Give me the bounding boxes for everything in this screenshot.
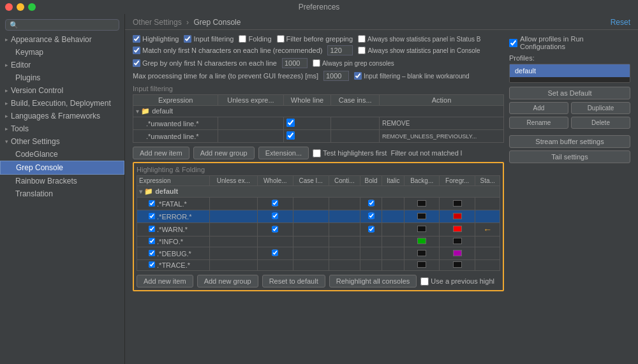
grep-first-n-input[interactable] xyxy=(282,58,308,68)
hl-fg-cell4[interactable] xyxy=(440,237,475,247)
input-filtering-checkbox[interactable] xyxy=(184,35,191,43)
allow-profiles-checkbox[interactable] xyxy=(509,39,517,47)
folding-checkbox-label[interactable]: Folding xyxy=(239,35,271,43)
hl-bg-cell5[interactable] xyxy=(404,247,440,260)
always-stats-console-checkbox[interactable] xyxy=(358,47,366,54)
tree-toggle-icon[interactable]: ▾ xyxy=(136,108,139,115)
hl-whole-cb2[interactable] xyxy=(272,212,278,220)
hl-fg-swatch5[interactable] xyxy=(453,250,462,256)
hl-fg-swatch2[interactable] xyxy=(453,213,462,219)
hl-bg-swatch3[interactable] xyxy=(417,226,426,232)
hl-bold-cb[interactable] xyxy=(368,199,375,207)
hl-bg-cell4[interactable] xyxy=(404,237,440,247)
table-row[interactable]: .*unwanted line.* REMOVE_UNLESS_PREVIOUS… xyxy=(133,130,504,143)
hl-whole-cb3[interactable] xyxy=(272,225,278,233)
hl-row-warn[interactable]: .*WARN.* xyxy=(137,223,500,237)
hl-fg-cell5[interactable] xyxy=(440,247,475,260)
grep-first-n-checkbox[interactable] xyxy=(133,59,140,67)
hl-row-checkbox4[interactable] xyxy=(149,238,155,244)
hl-add-new-item-button[interactable]: Add new item xyxy=(137,275,193,288)
hl-bg-cell3[interactable] xyxy=(404,223,440,237)
sidebar-item-codeglance[interactable]: CodeGlance xyxy=(0,148,124,161)
rename-profile-button[interactable]: Rename xyxy=(509,117,568,129)
hl-whole-cell5[interactable] xyxy=(258,247,293,260)
sidebar-item-build[interactable]: ▸ Build, Execution, Deployment xyxy=(0,97,124,110)
hl-row-trace[interactable]: .*TRACE.* xyxy=(137,260,500,271)
hl-whole-cell3[interactable] xyxy=(258,223,293,237)
filter-whole-checkbox[interactable] xyxy=(286,119,295,127)
filter-whole-checkbox2[interactable] xyxy=(286,131,295,140)
hl-bold-cell[interactable] xyxy=(360,198,382,210)
input-filtering-checkbox-label[interactable]: Input filtering xyxy=(184,35,234,43)
match-first-n-label[interactable]: Match only first N characters on each li… xyxy=(133,47,322,54)
hl-fg-cell6[interactable] xyxy=(440,260,475,271)
maximize-button[interactable] xyxy=(28,3,36,11)
add-profile-button[interactable]: Add xyxy=(509,102,568,114)
set-default-button[interactable]: Set as Default xyxy=(509,87,630,99)
hl-row-error[interactable]: .*ERROR.* xyxy=(137,210,500,223)
filter-before-checkbox-label[interactable]: Filter before grepping xyxy=(277,35,353,43)
minimize-button[interactable] xyxy=(17,3,24,11)
highlighting-checkbox-label[interactable]: Highlighting xyxy=(133,35,179,43)
sidebar-item-editor[interactable]: ▸ Editor xyxy=(0,59,124,71)
hl-fg-cell3[interactable] xyxy=(440,223,475,237)
always-pin-label[interactable]: Always pin grep consoles xyxy=(313,59,394,67)
close-button[interactable] xyxy=(5,3,13,11)
sidebar-item-version-control[interactable]: ▸ Version Control xyxy=(0,84,124,97)
hl-bold-cell3[interactable] xyxy=(360,223,382,237)
always-pin-checkbox[interactable] xyxy=(313,59,320,67)
hl-reset-button[interactable]: Reset to default xyxy=(262,275,325,288)
sidebar-item-other-settings[interactable]: ▾ Other Settings xyxy=(0,135,124,148)
highlighting-checkbox[interactable] xyxy=(133,35,140,43)
hl-bold-cb2[interactable] xyxy=(368,212,375,220)
add-new-group-button[interactable]: Add new group xyxy=(193,147,255,159)
hl-fg-swatch6[interactable] xyxy=(453,261,462,268)
always-stats-console-label[interactable]: Always show statistics panel in Console xyxy=(358,47,480,54)
sidebar-item-rainbow-brackets[interactable]: Rainbow Brackets xyxy=(0,175,124,187)
use-previous-checkbox[interactable] xyxy=(420,277,429,286)
hl-row-debug[interactable]: .*DEBUG.* xyxy=(137,247,500,260)
hl-rehighlight-button[interactable]: Rehighlight all consoles xyxy=(329,275,417,288)
filter-whole-cell[interactable] xyxy=(283,117,331,130)
hl-whole-cb[interactable] xyxy=(272,199,278,207)
hl-bg-cell[interactable] xyxy=(404,198,440,210)
hl-bg-cell2[interactable] xyxy=(404,210,440,223)
hl-bg-swatch4[interactable] xyxy=(417,238,426,244)
hl-row-checkbox3[interactable] xyxy=(149,226,155,232)
sidebar-item-appearance[interactable]: ▸ Appearance & Behavior xyxy=(0,33,124,46)
delete-profile-button[interactable]: Delete xyxy=(571,117,630,129)
hl-group-row[interactable]: ▾ 📁 default xyxy=(137,186,500,198)
sidebar-item-keymap[interactable]: Keymap xyxy=(0,46,124,59)
hl-row-checkbox5[interactable] xyxy=(149,250,155,256)
sidebar-item-grep-console[interactable]: Grep Console xyxy=(0,161,124,175)
input-filtering-blank-checkbox[interactable] xyxy=(354,72,362,80)
reset-link[interactable]: Reset xyxy=(611,18,630,27)
hl-fg-cell2[interactable] xyxy=(440,210,475,223)
max-processing-input[interactable] xyxy=(323,71,349,81)
hl-use-previous-label[interactable]: Use a previous highl xyxy=(420,275,494,288)
sidebar-item-plugins[interactable]: Plugins xyxy=(0,71,124,84)
hl-bg-swatch2[interactable] xyxy=(417,213,426,219)
test-highlighters-checkbox[interactable] xyxy=(313,149,321,157)
stream-buffer-button[interactable]: Stream buffer settings xyxy=(509,135,630,148)
match-first-n-input[interactable] xyxy=(327,45,353,55)
hl-fg-swatch3[interactable] xyxy=(453,226,462,232)
sidebar-item-tools[interactable]: ▸ Tools xyxy=(0,122,124,135)
test-highlighters-label[interactable]: Test highlighters first xyxy=(313,147,387,159)
hl-whole-cell[interactable] xyxy=(258,198,293,210)
filter-not-matched-label[interactable]: Filter out not matched l xyxy=(390,147,462,159)
profile-item-default[interactable]: default xyxy=(510,64,630,77)
table-row[interactable]: .*unwanted line.* REMOVE xyxy=(133,117,504,130)
hl-row-info[interactable]: .*INFO.* xyxy=(137,237,500,247)
sidebar-item-languages[interactable]: ▸ Languages & Frameworks xyxy=(0,110,124,122)
duplicate-profile-button[interactable]: Duplicate xyxy=(571,102,630,114)
input-filtering-blank-label[interactable]: Input filtering – blank line workaround xyxy=(354,72,470,80)
hl-bold-cell2[interactable] xyxy=(360,210,382,223)
hl-fg-swatch4[interactable] xyxy=(453,238,462,244)
hl-row-checkbox6[interactable] xyxy=(149,261,155,268)
hl-bold-cb3[interactable] xyxy=(368,225,375,233)
grep-first-n-label[interactable]: Grep by only first N characters on each … xyxy=(133,59,277,67)
filter-before-checkbox[interactable] xyxy=(277,35,285,43)
search-input[interactable] xyxy=(5,19,119,31)
hl-add-new-group-button[interactable]: Add new group xyxy=(197,275,258,288)
